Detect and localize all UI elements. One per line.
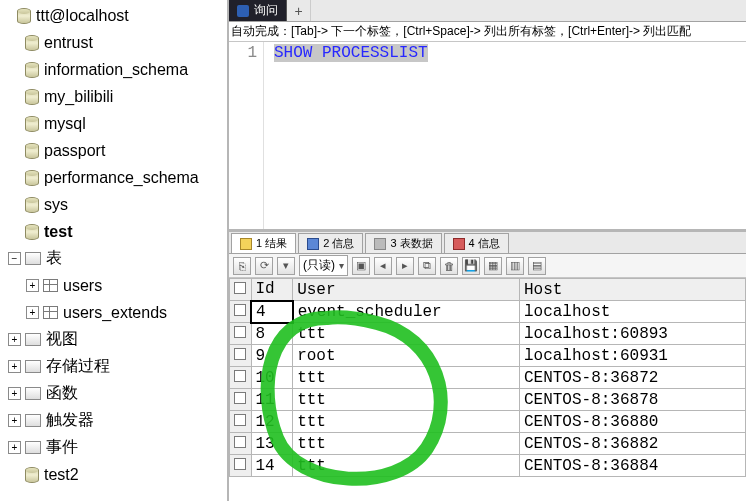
cell-user[interactable]: ttt (293, 433, 520, 455)
table-row[interactable]: 13tttCENTOS-8:36882 (230, 433, 746, 455)
tree-item-users_extends[interactable]: +users_extends (0, 299, 227, 326)
save-button[interactable]: 💾 (462, 257, 480, 275)
sql-statement[interactable]: SHOW PROCESSLIST (274, 44, 428, 62)
tree-item-ttt@localhost[interactable]: ttt@localhost (0, 2, 227, 29)
cell-host[interactable]: CENTOS-8:36882 (519, 433, 745, 455)
cell-host[interactable]: localhost:60931 (519, 345, 745, 367)
database-icon (25, 62, 39, 78)
text-view-button[interactable]: ▤ (528, 257, 546, 275)
grid-view-button[interactable]: ▦ (484, 257, 502, 275)
tree-item-passport[interactable]: passport (0, 137, 227, 164)
tree-item-label: 表 (46, 248, 62, 269)
tree-item-test[interactable]: test (0, 218, 227, 245)
result-tab-2 信息[interactable]: 2 信息 (298, 233, 363, 253)
cell-user[interactable]: ttt (293, 323, 520, 345)
result-tab-label: 3 表数据 (390, 236, 432, 251)
sql-code-line[interactable]: SHOW PROCESSLIST (264, 42, 428, 229)
form-view-button[interactable]: ▥ (506, 257, 524, 275)
expander-icon[interactable]: + (8, 333, 21, 346)
cell-host[interactable]: localhost:60893 (519, 323, 745, 345)
row-checkbox-cell[interactable] (230, 367, 252, 389)
tree-item-entrust[interactable]: entrust (0, 29, 227, 56)
tree-item-information_schema[interactable]: information_schema (0, 56, 227, 83)
cell-user[interactable]: ttt (293, 389, 520, 411)
tree-item-函数[interactable]: +函数 (0, 380, 227, 407)
row-checkbox-cell[interactable] (230, 301, 252, 323)
cell-id[interactable]: 4 (251, 301, 293, 323)
result-tab-3 表数据[interactable]: 3 表数据 (365, 233, 441, 253)
query-tab[interactable]: 询问 (229, 0, 287, 21)
cell-id[interactable]: 9 (251, 345, 293, 367)
cell-id[interactable]: 14 (251, 455, 293, 477)
row-checkbox-cell[interactable] (230, 345, 252, 367)
cell-host[interactable]: localhost (519, 301, 745, 323)
cell-user[interactable]: event_scheduler (293, 301, 520, 323)
copy-button[interactable]: ⧉ (418, 257, 436, 275)
tree-item-存储过程[interactable]: +存储过程 (0, 353, 227, 380)
tree-item-mysql[interactable]: mysql (0, 110, 227, 137)
dropdown-button[interactable]: ▾ (277, 257, 295, 275)
tree-item-label: information_schema (44, 61, 188, 79)
tree-item-事件[interactable]: +事件 (0, 434, 227, 461)
table-row[interactable]: 10tttCENTOS-8:36872 (230, 367, 746, 389)
expander-icon[interactable]: + (8, 360, 21, 373)
expander-icon[interactable]: + (26, 279, 39, 292)
cell-host[interactable]: CENTOS-8:36884 (519, 455, 745, 477)
cell-id[interactable]: 10 (251, 367, 293, 389)
delete-row-button[interactable]: 🗑 (440, 257, 458, 275)
table-row[interactable]: 11tttCENTOS-8:36878 (230, 389, 746, 411)
tree-item-users[interactable]: +users (0, 272, 227, 299)
row-checkbox-cell[interactable] (230, 455, 252, 477)
result-grid[interactable]: IdUserHost4event_schedulerlocalhost8tttl… (229, 278, 746, 477)
cell-id[interactable]: 13 (251, 433, 293, 455)
tree-item-sys[interactable]: sys (0, 191, 227, 218)
result-tab-4 信息[interactable]: 4 信息 (444, 233, 509, 253)
cell-id[interactable]: 12 (251, 411, 293, 433)
tree-item-触发器[interactable]: +触发器 (0, 407, 227, 434)
tree-item-表[interactable]: −表 (0, 245, 227, 272)
sql-editor[interactable]: 1 SHOW PROCESSLIST (229, 42, 746, 232)
cell-host[interactable]: CENTOS-8:36880 (519, 411, 745, 433)
prev-row-button[interactable]: ◂ (374, 257, 392, 275)
first-row-button[interactable]: ▣ (352, 257, 370, 275)
table-row[interactable]: 12tttCENTOS-8:36880 (230, 411, 746, 433)
row-checkbox-cell[interactable] (230, 323, 252, 345)
cell-user[interactable]: root (293, 345, 520, 367)
table-row[interactable]: 8tttlocalhost:60893 (230, 323, 746, 345)
refresh-button[interactable]: ⟳ (255, 257, 273, 275)
column-header-User[interactable]: User (293, 279, 520, 301)
cell-host[interactable]: CENTOS-8:36872 (519, 367, 745, 389)
expander-icon[interactable]: + (26, 306, 39, 319)
cell-id[interactable]: 8 (251, 323, 293, 345)
table-row[interactable]: 4event_schedulerlocalhost (230, 301, 746, 323)
row-checkbox-cell[interactable] (230, 433, 252, 455)
cell-user[interactable]: ttt (293, 455, 520, 477)
tree-item-视图[interactable]: +视图 (0, 326, 227, 353)
export-button[interactable]: ⎘ (233, 257, 251, 275)
cell-host[interactable]: CENTOS-8:36878 (519, 389, 745, 411)
tree-item-test2[interactable]: test2 (0, 461, 227, 488)
expander-icon[interactable]: − (8, 252, 21, 265)
expander-icon[interactable]: + (8, 387, 21, 400)
expander-icon[interactable]: + (8, 441, 21, 454)
column-header-Host[interactable]: Host (519, 279, 745, 301)
readonly-mode-select[interactable]: (只读) (299, 255, 348, 276)
tree-item-my_bilibili[interactable]: my_bilibili (0, 83, 227, 110)
cell-user[interactable]: ttt (293, 367, 520, 389)
next-row-button[interactable]: ▸ (396, 257, 414, 275)
expander-icon[interactable]: + (8, 414, 21, 427)
row-checkbox-cell[interactable] (230, 411, 252, 433)
column-header-Id[interactable]: Id (251, 279, 293, 301)
result-tab-icon (374, 238, 386, 250)
result-grid-wrapper: IdUserHost4event_schedulerlocalhost8tttl… (229, 278, 746, 501)
new-query-tab-button[interactable]: + (287, 0, 311, 21)
tree-item-performance_schema[interactable]: performance_schema (0, 164, 227, 191)
row-checkbox-cell[interactable] (230, 389, 252, 411)
result-tab-1 结果[interactable]: 1 结果 (231, 233, 296, 253)
cell-user[interactable]: ttt (293, 411, 520, 433)
cell-id[interactable]: 11 (251, 389, 293, 411)
select-all-header[interactable] (230, 279, 252, 301)
table-row[interactable]: 14tttCENTOS-8:36884 (230, 455, 746, 477)
table-row[interactable]: 9rootlocalhost:60931 (230, 345, 746, 367)
tree-item-label: entrust (44, 34, 93, 52)
